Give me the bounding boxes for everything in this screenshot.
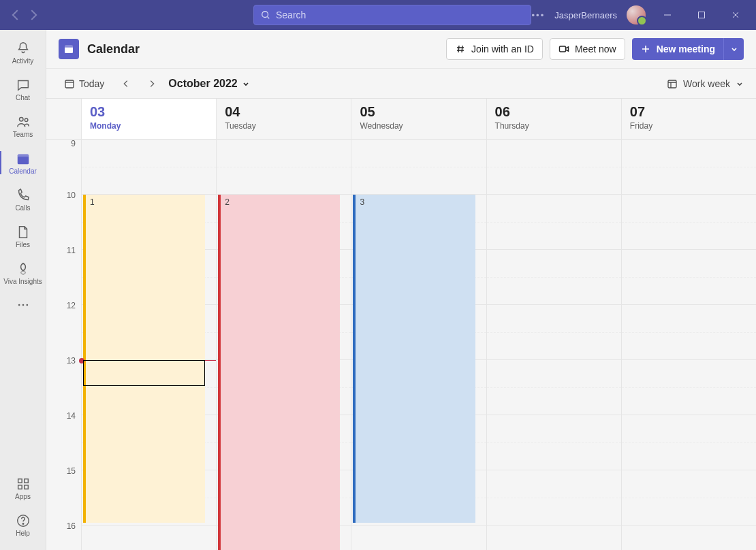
calendar-event[interactable]: 1 <box>83 195 205 523</box>
rail-activity[interactable]: Activity <box>0 34 46 71</box>
day-number: 03 <box>90 104 208 120</box>
content-area: Calendar Join with an ID Meet now New me… <box>46 30 756 550</box>
day-of-week: Monday <box>90 121 208 131</box>
time-slots[interactable] <box>622 140 756 550</box>
chevron-down-icon <box>242 80 250 88</box>
rail-more[interactable] <box>0 291 46 319</box>
day-column[interactable]: 05Wednesday3 <box>351 99 486 550</box>
prev-week-button[interactable] <box>116 74 136 93</box>
calendar-grid: 910111213141516 03Monday104Tuesday205Wed… <box>46 98 756 550</box>
svg-point-14 <box>22 523 23 523</box>
rail-label: Apps <box>15 493 31 500</box>
new-meeting-dropdown[interactable] <box>723 38 744 60</box>
rail-label: Calendar <box>9 167 37 175</box>
rail-label: Help <box>16 530 30 537</box>
rail-label: Calls <box>15 204 30 212</box>
day-columns: 03Monday104Tuesday205Wednesday306Thursda… <box>82 99 756 550</box>
day-column[interactable]: 06Thursday <box>487 99 622 550</box>
rail-chat[interactable]: Chat <box>0 71 46 108</box>
calendar-event[interactable]: 3 <box>353 195 475 523</box>
hour-label: 13 <box>46 360 81 415</box>
view-selector[interactable]: Work week <box>667 78 744 89</box>
calendar-app-icon <box>59 39 79 59</box>
rail-teams[interactable]: Teams <box>0 108 46 144</box>
chevron-down-icon <box>730 45 738 53</box>
today-button[interactable]: Today <box>59 74 110 93</box>
teams-icon <box>16 114 31 129</box>
calendar-event[interactable]: 2 <box>218 195 340 550</box>
svg-rect-12 <box>24 485 28 489</box>
rail-files[interactable]: Files <box>0 218 46 255</box>
rail-label: Files <box>16 241 30 248</box>
meet-now-button[interactable]: Meet now <box>550 38 625 60</box>
rail-calls[interactable]: Calls <box>0 181 46 218</box>
window-minimize-button[interactable] <box>655 5 680 25</box>
chevron-left-icon <box>121 79 131 88</box>
rail-help[interactable]: Help <box>0 506 46 543</box>
window-maximize-button[interactable] <box>689 5 714 25</box>
plus-icon <box>640 44 651 54</box>
day-of-week: Wednesday <box>360 121 477 131</box>
time-slots[interactable] <box>487 140 621 550</box>
day-header[interactable]: 03Monday <box>82 99 216 140</box>
svg-point-8 <box>26 304 28 306</box>
day-header[interactable]: 07Friday <box>622 99 756 140</box>
svg-point-2 <box>19 117 23 121</box>
rail-viva[interactable]: Viva Insights <box>0 255 46 291</box>
search-input[interactable]: Search <box>253 5 531 25</box>
search-placeholder: Search <box>276 10 306 20</box>
button-label: Meet now <box>575 44 616 54</box>
search-icon <box>261 10 270 20</box>
svg-rect-11 <box>18 485 22 489</box>
day-header[interactable]: 05Wednesday <box>351 99 486 140</box>
time-gutter: 910111213141516 <box>46 99 82 550</box>
rail-apps[interactable]: Apps <box>0 470 46 506</box>
view-label: Work week <box>683 78 730 89</box>
day-column[interactable]: 03Monday1 <box>82 99 217 550</box>
hash-icon <box>455 44 466 54</box>
window-close-button[interactable] <box>723 5 748 25</box>
svg-rect-9 <box>18 479 22 483</box>
hour-label: 11 <box>46 250 81 305</box>
rail-label: Viva Insights <box>3 278 42 285</box>
day-of-week: Tuesday <box>225 121 343 131</box>
file-icon <box>16 225 31 240</box>
back-button[interactable] <box>8 7 23 22</box>
svg-point-7 <box>22 304 24 306</box>
chat-icon <box>16 78 31 93</box>
svg-rect-5 <box>17 154 29 157</box>
forward-button[interactable] <box>26 7 41 22</box>
month-label: October 2022 <box>168 78 237 90</box>
svg-rect-17 <box>559 46 565 52</box>
viva-icon <box>16 261 31 276</box>
svg-rect-1 <box>699 12 705 18</box>
rail-calendar[interactable]: Calendar <box>0 144 46 181</box>
ellipsis-icon <box>16 298 30 312</box>
avatar[interactable] <box>627 5 646 25</box>
time-slots[interactable]: 3 <box>351 140 486 550</box>
join-with-id-button[interactable]: Join with an ID <box>446 38 543 60</box>
day-header[interactable]: 04Tuesday <box>217 99 351 140</box>
video-icon <box>558 44 569 54</box>
month-picker[interactable]: October 2022 <box>168 78 249 90</box>
day-number: 05 <box>360 104 477 120</box>
day-column[interactable]: 04Tuesday2 <box>217 99 351 550</box>
time-slots[interactable]: 1 <box>82 140 216 550</box>
svg-rect-10 <box>24 479 28 483</box>
new-event-selection[interactable] <box>83 360 205 386</box>
more-options-button[interactable]: ••• <box>532 10 546 20</box>
day-header[interactable]: 06Thursday <box>487 99 621 140</box>
day-of-week: Thursday <box>495 121 613 131</box>
day-number: 04 <box>225 104 343 120</box>
button-label: Today <box>79 78 104 89</box>
time-slots[interactable]: 2 <box>217 140 351 550</box>
svg-rect-19 <box>668 80 676 88</box>
apps-icon <box>16 476 31 491</box>
svg-point-3 <box>25 118 28 121</box>
next-week-button[interactable] <box>142 74 161 93</box>
titlebar: Search ••• JasperBernaers <box>0 0 756 30</box>
day-column[interactable]: 07Friday <box>622 99 756 550</box>
calendar-view-icon <box>667 78 678 89</box>
rail-label: Chat <box>16 94 30 101</box>
new-meeting-button[interactable]: New meeting <box>632 38 723 60</box>
